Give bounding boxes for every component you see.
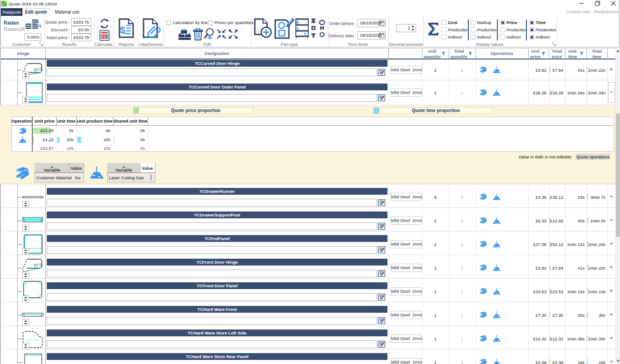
svg-text:R: R: [2, 3, 4, 6]
svg-text:$: $: [120, 25, 125, 35]
svg-text:7: 7: [380, 22, 382, 25]
svg-text:7: 7: [380, 34, 382, 38]
svg-text:+: +: [31, 89, 33, 92]
svg-text:%: %: [37, 23, 42, 29]
